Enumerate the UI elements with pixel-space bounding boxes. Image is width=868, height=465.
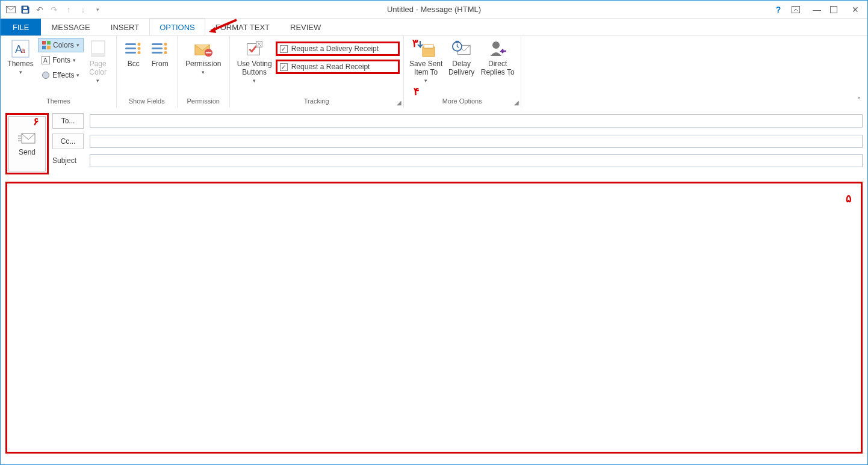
svg-rect-38 xyxy=(455,41,459,43)
window-title: Untitled - Message (HTML) xyxy=(387,5,481,14)
save-icon[interactable] xyxy=(19,3,32,16)
message-body[interactable] xyxy=(5,182,863,454)
checkbox-checked-icon: ✓ xyxy=(280,45,288,53)
svg-point-26 xyxy=(164,43,167,46)
fonts-icon: A xyxy=(42,56,50,64)
title-bar: ↶ ↷ ↑ ↓ ▾ Untitled - Message (HTML) ? — … xyxy=(1,1,867,19)
bcc-icon xyxy=(124,39,143,58)
up-arrow-icon[interactable]: ↑ xyxy=(62,3,75,16)
group-more-options-label: More Options xyxy=(408,96,517,107)
svg-rect-4 xyxy=(831,6,837,13)
svg-rect-8 xyxy=(42,41,46,45)
minimize-icon[interactable]: — xyxy=(811,5,823,14)
compose-area: Send To... Cc... Subject xyxy=(1,107,867,179)
tab-message[interactable]: MESSAGE xyxy=(41,19,100,35)
svg-rect-25 xyxy=(152,52,163,54)
group-permission-label: Permission xyxy=(181,96,226,107)
themes-icon: Aa xyxy=(11,39,30,58)
cc-button[interactable]: Cc... xyxy=(52,134,84,149)
tab-file[interactable]: FILE xyxy=(1,19,41,35)
permission-label: Permission xyxy=(185,60,221,68)
send-button[interactable]: Send xyxy=(8,116,46,171)
svg-rect-10 xyxy=(42,46,46,49)
delay-icon xyxy=(452,39,471,58)
delivery-receipt-label: Request a Delivery Receipt xyxy=(291,45,379,53)
bcc-button[interactable]: Bcc xyxy=(120,38,147,68)
themes-label: Themes xyxy=(7,60,33,68)
themes-button[interactable]: Aa Themes xyxy=(4,38,37,76)
svg-rect-17 xyxy=(125,43,136,45)
ribbon-tabs: FILE MESSAGE INSERT OPTIONS FORMAT TEXT … xyxy=(1,19,867,35)
chevron-down-icon xyxy=(424,76,427,85)
direct-replies-button[interactable]: Direct Replies To xyxy=(479,38,517,76)
subject-label: Subject xyxy=(52,156,84,165)
effects-icon xyxy=(42,71,50,79)
voting-buttons-button[interactable]: Use Voting Buttons xyxy=(234,38,276,85)
mail-icon[interactable] xyxy=(4,3,17,16)
send-highlight: Send xyxy=(5,113,49,174)
delay-delivery-button[interactable]: Delay Delivery xyxy=(445,38,479,76)
permission-icon xyxy=(194,39,213,58)
permission-button[interactable]: Permission xyxy=(181,38,226,76)
svg-rect-1 xyxy=(23,10,28,13)
dialog-launcher-icon[interactable]: ◢ xyxy=(514,99,519,106)
svg-point-22 xyxy=(137,51,140,54)
qat-customize-icon[interactable]: ▾ xyxy=(91,3,104,16)
page-color-icon xyxy=(88,39,108,58)
colors-button[interactable]: Colors ▾ xyxy=(38,38,84,52)
fonts-button[interactable]: A Fonts ▾ xyxy=(38,53,84,67)
tab-review[interactable]: REVIEW xyxy=(280,19,331,35)
group-tracking-label: Tracking xyxy=(234,96,400,107)
save-sent-icon xyxy=(417,39,436,58)
group-show-fields: Bcc From Show Fields xyxy=(117,36,178,107)
ribbon: Aa Themes Colors ▾ A Fonts ▾ Effe xyxy=(1,35,867,107)
delivery-receipt-checkbox[interactable]: ✓ Request a Delivery Receipt xyxy=(276,42,400,56)
chevron-down-icon xyxy=(96,76,99,85)
svg-rect-35 xyxy=(424,45,433,48)
voting-label: Use Voting Buttons xyxy=(234,60,276,76)
read-receipt-checkbox[interactable]: ✓ Request a Read Receipt xyxy=(276,60,400,74)
svg-rect-18 xyxy=(125,48,136,49)
to-button[interactable]: To... xyxy=(52,113,84,129)
read-receipt-label: Request a Read Receipt xyxy=(291,63,370,71)
down-arrow-icon[interactable]: ↓ xyxy=(76,3,90,16)
svg-rect-31 xyxy=(205,52,211,54)
save-sent-label: Save Sent Item To xyxy=(408,60,445,76)
collapse-ribbon-icon[interactable]: ˄ xyxy=(857,96,861,105)
subject-input[interactable] xyxy=(90,154,863,167)
direct-replies-label: Direct Replies To xyxy=(479,60,517,76)
close-icon[interactable]: ✕ xyxy=(849,5,861,14)
direct-replies-icon xyxy=(488,39,507,58)
quick-access-toolbar: ↶ ↷ ↑ ↓ ▾ xyxy=(1,3,104,16)
group-show-fields-label: Show Fields xyxy=(120,96,173,107)
svg-point-39 xyxy=(492,42,500,49)
svg-rect-11 xyxy=(47,46,51,49)
chevron-down-icon xyxy=(19,68,22,76)
cc-input[interactable] xyxy=(90,135,863,148)
effects-button[interactable]: Effects ▾ xyxy=(38,68,84,82)
svg-point-28 xyxy=(164,51,167,54)
svg-text:A: A xyxy=(43,57,48,64)
tab-options[interactable]: OPTIONS xyxy=(149,19,205,35)
undo-icon[interactable]: ↶ xyxy=(33,3,46,16)
save-sent-item-button[interactable]: Save Sent Item To xyxy=(408,38,445,85)
help-icon[interactable]: ? xyxy=(772,5,784,14)
svg-rect-23 xyxy=(152,43,163,45)
maximize-icon[interactable] xyxy=(830,6,842,13)
tab-insert[interactable]: INSERT xyxy=(101,19,149,35)
dialog-launcher-icon[interactable]: ◢ xyxy=(397,99,401,106)
svg-point-20 xyxy=(137,43,140,46)
from-label: From xyxy=(152,60,169,68)
page-color-button[interactable]: Page Color xyxy=(84,38,113,85)
send-label: Send xyxy=(19,148,36,156)
group-tracking: Use Voting Buttons ✓ Request a Delivery … xyxy=(230,36,404,107)
redo-icon[interactable]: ↷ xyxy=(48,3,61,16)
to-input[interactable] xyxy=(90,114,863,128)
voting-icon xyxy=(245,39,264,58)
ribbon-display-icon[interactable] xyxy=(792,6,804,13)
page-color-label: Page Color xyxy=(84,60,113,76)
group-themes-label: Themes xyxy=(4,96,113,107)
send-icon xyxy=(18,131,36,144)
from-button[interactable]: From xyxy=(147,38,173,68)
colors-icon xyxy=(42,41,51,49)
